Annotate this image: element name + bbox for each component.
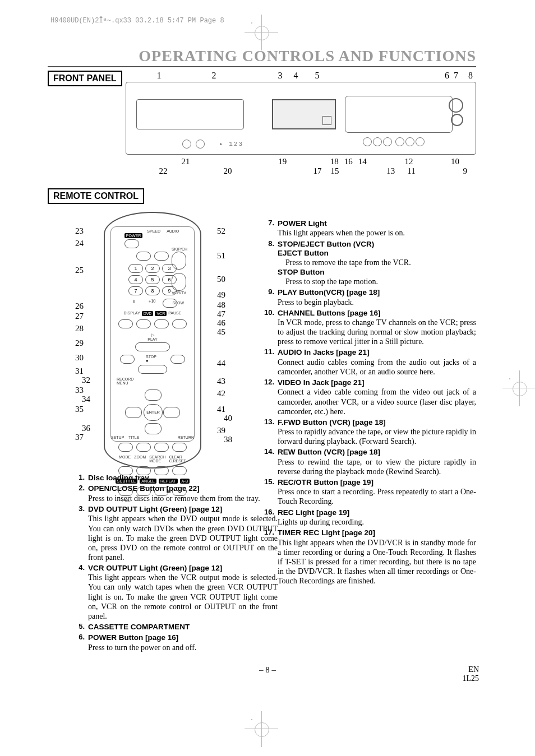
- callout: 18: [330, 157, 339, 166]
- key-label: REPEAT: [159, 479, 178, 484]
- print-header: H9400UD(EN)2Îª~.qx33 03.2.18 5:47 PM Pag…: [50, 17, 507, 25]
- callout: 14: [358, 157, 367, 166]
- list-item: 3.DVD OUTPUT Light (Green) [page 12]This…: [70, 504, 278, 562]
- list-item: 12.VIDEO In Jack [page 21]Connect a vide…: [260, 378, 476, 416]
- list-item: 15.REC/OTR Button [page 19]Press once to…: [260, 477, 476, 507]
- crop-mark-right: [509, 378, 529, 398]
- page-number: – 8 –: [0, 665, 535, 675]
- enter-key: ENTER: [144, 404, 163, 421]
- callout: 52: [217, 226, 225, 236]
- callout: 11: [407, 166, 415, 176]
- key-label: DVD: [142, 311, 154, 316]
- callout: 47: [217, 309, 225, 319]
- rew-key: [120, 355, 135, 364]
- callout: 31: [63, 367, 84, 376]
- secondary-knob: [451, 114, 463, 126]
- key-label: MENU: [117, 381, 194, 385]
- callout: 46: [217, 318, 225, 328]
- list-item: 11.AUDIO In Jacks [page 21]Connect audio…: [260, 347, 476, 377]
- key-label: SKIP/CH: [172, 247, 187, 251]
- callout: 42: [217, 389, 225, 398]
- key-label: ZOOM: [134, 455, 146, 463]
- cassette-compartment: [345, 96, 453, 133]
- callout: 35: [63, 405, 84, 414]
- front-panel-figure: 1 2 3 4 5 6 7 8 ▸ 1: [126, 71, 476, 176]
- callout: 16: [344, 157, 353, 166]
- footer-code: EN1L25: [462, 665, 479, 683]
- callout: 30: [63, 353, 84, 363]
- callout: 6: [445, 71, 449, 81]
- key-label: MODE: [119, 455, 131, 463]
- key-label: CLEAR C.RESET: [169, 455, 186, 463]
- callout: 27: [63, 312, 84, 321]
- front-panel-label: FRONT PANEL: [48, 71, 122, 86]
- key-label: SLOW: [172, 301, 184, 305]
- front-buttons: [362, 137, 425, 149]
- callout: 36: [70, 424, 90, 433]
- key-label: AUDIO: [165, 229, 181, 248]
- callout: 2: [212, 71, 216, 81]
- list-item: 17.TIMER REC Light [page 20]This light a…: [260, 528, 476, 586]
- callout: 13: [386, 166, 395, 176]
- callout: 26: [63, 302, 84, 311]
- callout: 15: [330, 166, 339, 176]
- key-label: SUBTITLE: [116, 479, 137, 484]
- vcrtv-key: [172, 273, 186, 291]
- key-label: VCR: [155, 311, 167, 316]
- callout: 4: [294, 71, 298, 81]
- key-label: ANGLE: [140, 479, 156, 484]
- key-label: ▷PLAY: [111, 333, 194, 341]
- remote-figure: 23 24 25 26 27 28 29 30 31 32 33 34 35 3…: [81, 212, 227, 470]
- key-label: RECORD: [117, 377, 194, 381]
- remote-control-label: REMOTE CONTROL: [48, 188, 144, 204]
- callout: 8: [468, 71, 473, 81]
- list-item: 10.CHANNEL Buttons [page 16]In VCR mode,…: [260, 308, 476, 347]
- callout: 32: [70, 375, 90, 385]
- callout: 20: [224, 166, 232, 176]
- list-item: 6.POWER Button [page 16]Press to turn th…: [70, 633, 278, 652]
- callout: 48: [217, 300, 225, 310]
- callout: 22: [159, 166, 168, 176]
- ffwd-key: [170, 355, 185, 364]
- callout: 5: [315, 71, 320, 81]
- callout: 45: [217, 327, 225, 337]
- item-list-right: 7.POWER LightThis light appears when the…: [260, 219, 476, 586]
- callout: 29: [63, 338, 84, 348]
- stop-key: [138, 365, 167, 374]
- key-label: RETURN: [178, 435, 194, 439]
- list-item: 14.REW Button (VCR) [page 18]Press to re…: [260, 447, 476, 476]
- key-label: STOP■: [146, 355, 159, 364]
- callout: 43: [217, 377, 225, 386]
- key-label: A-B: [180, 479, 190, 484]
- callout: 39: [217, 426, 225, 435]
- callout: 1: [157, 71, 162, 81]
- power-key: [124, 239, 139, 248]
- callout: 28: [63, 324, 84, 333]
- list-item: 16.REC Light [page 19]Lights up during r…: [260, 508, 476, 527]
- callout: 40: [224, 414, 232, 423]
- crop-mark-top: [251, 22, 271, 43]
- disc-tray: [136, 99, 244, 129]
- small-controls: ▸ 123: [182, 140, 243, 149]
- callout: 41: [217, 405, 225, 414]
- crop-mark-bottom: [251, 719, 271, 739]
- skip-ch-key: [172, 252, 186, 270]
- list-item: 8.STOP/EJECT Button (VCR)EJECT ButtonPre…: [260, 239, 476, 287]
- key-label: SEARCH MODE: [149, 455, 165, 463]
- key-label: DISPLAY: [124, 311, 140, 316]
- callout: 33: [63, 386, 84, 395]
- callout: 51: [217, 251, 225, 261]
- callout: 24: [63, 239, 84, 248]
- callout: 50: [217, 275, 225, 284]
- power-button-knob: [449, 98, 463, 113]
- callout: 17: [313, 166, 321, 176]
- callout: 7: [454, 71, 458, 81]
- callout: 21: [182, 157, 190, 166]
- callout: 12: [404, 157, 413, 166]
- callout: 25: [63, 266, 84, 275]
- callout: 10: [451, 157, 459, 166]
- nav-pad: ENTER: [122, 389, 183, 434]
- list-item: 13.F.FWD Button (VCR) [page 18]Press to …: [260, 418, 476, 447]
- key-label: TITLE: [128, 435, 139, 439]
- callout: 23: [63, 226, 84, 236]
